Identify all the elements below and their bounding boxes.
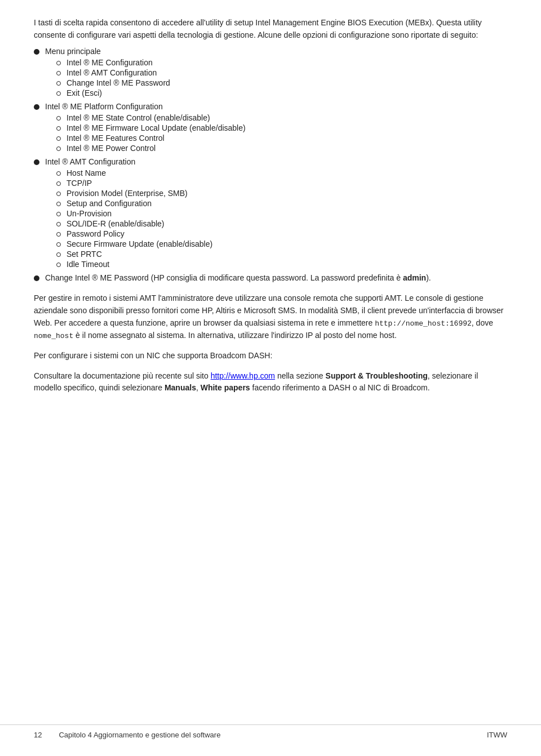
change-password-text: Change Intel ® ME Password (HP consiglia… (45, 273, 507, 282)
menu-item-exit: Exit (Esci) (66, 88, 102, 97)
amt-item-password-policy: Password Policy (66, 229, 125, 238)
bullet-open-icon (56, 136, 61, 141)
bullet-open-icon (56, 181, 61, 186)
list-item: Un-Provision (45, 209, 507, 218)
bullet-filled-icon (34, 159, 39, 165)
menu-principale-list: Intel ® ME Configuration Intel ® AMT Con… (45, 58, 507, 97)
bullet-filled-icon (34, 275, 39, 281)
list-item: Set PRTC (45, 250, 507, 259)
bullet-open-icon (56, 81, 61, 86)
list-item: Intel ® ME Features Control (45, 134, 507, 143)
amt-config-list: Host Name TCP/IP Provision Model (Enterp… (45, 168, 507, 269)
platform-item-power: Intel ® ME Power Control (66, 144, 156, 153)
page-number: 12 (34, 731, 42, 739)
platform-config-label: Intel ® ME Platform Configuration (45, 102, 163, 111)
main-list: Menu principale Intel ® ME Configuration… (34, 47, 507, 282)
list-item: Password Policy (45, 229, 507, 238)
bullet-open-icon (56, 146, 61, 151)
bullet-open-icon (56, 116, 61, 121)
list-item: Intel ® ME Power Control (45, 144, 507, 153)
bullet-open-icon (56, 171, 61, 176)
list-item: Host Name (45, 168, 507, 177)
amt-item-provision-model: Provision Model (Enterprise, SMB) (66, 189, 188, 198)
hp-link[interactable]: http://www.hp.com (211, 371, 275, 380)
menu-principale-label: Menu principale (45, 47, 101, 56)
menu-item-amt-config: Intel ® AMT Configuration (66, 68, 157, 77)
broadcom-header: Per configurare i sistemi con un NIC che… (34, 350, 507, 362)
body-paragraph-1: Per gestire in remoto i sistemi AMT l'am… (34, 292, 507, 342)
list-item: Intel ® AMT Configuration (45, 68, 507, 77)
footer-right: ITWW (487, 731, 507, 739)
page-footer: 12 Capitolo 4 Aggiornamento e gestione d… (0, 724, 541, 739)
bullet-open-icon (56, 61, 61, 65)
list-item: Change Intel ® ME Password (45, 78, 507, 87)
amt-item-setup: Setup and Configuration (66, 199, 152, 208)
bullet-open-icon (56, 263, 61, 267)
lang-code: ITWW (487, 731, 507, 739)
amt-item-unprovision: Un-Provision (66, 209, 112, 218)
list-item: Intel ® ME State Control (enable/disable… (45, 113, 507, 122)
bullet-filled-icon (34, 104, 39, 110)
bullet-open-icon (56, 71, 61, 75)
list-item: Secure Firmware Update (enable/disable) (45, 239, 507, 248)
change-password-label: Change Intel ® ME Password (HP consiglia… (45, 273, 431, 282)
platform-item-state: Intel ® ME State Control (enable/disable… (66, 113, 210, 122)
amt-item-secure-firmware: Secure Firmware Update (enable/disable) (66, 239, 212, 248)
bullet-open-icon (56, 202, 61, 206)
bullet-open-icon (56, 242, 61, 247)
menu-item-change-password: Change Intel ® ME Password (66, 78, 170, 87)
amt-item-prtc: Set PRTC (66, 250, 102, 259)
code-url: http://nome_host:16992 (375, 319, 472, 328)
list-item: Provision Model (Enterprise, SMB) (45, 189, 507, 198)
platform-item-features: Intel ® ME Features Control (66, 134, 165, 143)
list-item: Intel ® ME Configuration (45, 58, 507, 67)
amt-config-label: Intel ® AMT Configuration (45, 157, 135, 166)
list-item: SOL/IDE-R (enable/disable) (45, 219, 507, 228)
chapter-title: Capitolo 4 Aggiornamento e gestione del … (59, 731, 220, 739)
bullet-open-icon (56, 192, 61, 196)
platform-config-list: Intel ® ME State Control (enable/disable… (45, 113, 507, 153)
platform-config-section: Intel ® ME Platform Configuration Intel … (45, 102, 507, 155)
list-item-platform: Intel ® ME Platform Configuration Intel … (34, 102, 507, 155)
list-item-menu: Menu principale Intel ® ME Configuration… (34, 47, 507, 100)
list-item: Exit (Esci) (45, 88, 507, 97)
amt-item-idle-timeout: Idle Timeout (66, 260, 109, 269)
intro-paragraph: I tasti di scelta rapida consentono di a… (34, 17, 507, 41)
amt-item-tcpip: TCP/IP (66, 179, 92, 188)
list-item-change-password: Change Intel ® ME Password (HP consiglia… (34, 273, 507, 282)
amt-config-section: Intel ® AMT Configuration Host Name TCP/… (45, 157, 507, 271)
bullet-open-icon (56, 91, 61, 96)
list-item-amt: Intel ® AMT Configuration Host Name TCP/… (34, 157, 507, 271)
amt-item-hostname: Host Name (66, 168, 106, 177)
footer-left: 12 Capitolo 4 Aggiornamento e gestione d… (34, 731, 220, 739)
bullet-filled-icon (34, 49, 39, 55)
bullet-open-icon (56, 222, 61, 226)
list-item: Intel ® ME Firmware Local Update (enable… (45, 123, 507, 132)
platform-item-firmware: Intel ® ME Firmware Local Update (enable… (66, 123, 246, 132)
list-item: TCP/IP (45, 179, 507, 188)
bullet-open-icon (56, 232, 61, 237)
bullet-open-icon (56, 126, 61, 131)
menu-item-me-config: Intel ® ME Configuration (66, 58, 153, 67)
bullet-open-icon (56, 212, 61, 216)
list-item: Setup and Configuration (45, 199, 507, 208)
bullet-open-icon (56, 252, 61, 257)
broadcom-detail: Consultare la documentazione più recente… (34, 370, 507, 394)
main-content: I tasti di scelta rapida consentono di a… (34, 17, 507, 394)
code-hostname: nome_host (34, 332, 73, 340)
list-item: Idle Timeout (45, 260, 507, 269)
menu-principale-section: Menu principale Intel ® ME Configuration… (45, 47, 507, 100)
amt-item-sol: SOL/IDE-R (enable/disable) (66, 219, 165, 228)
